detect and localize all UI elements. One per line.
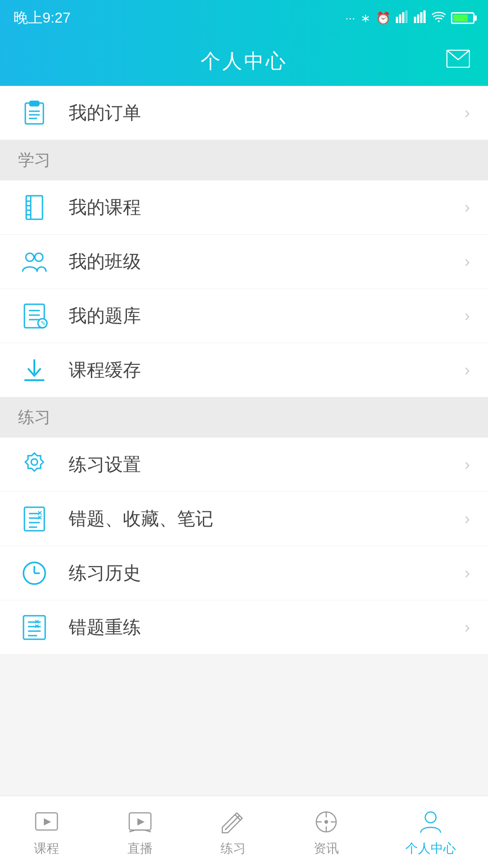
practice-section: 练习设置 › ✕ ✕ 错题、收藏、笔记 ›: [0, 438, 488, 655]
menu-item-practice-history[interactable]: 练习历史 ›: [0, 546, 488, 600]
orders-section: 我的订单 ›: [0, 86, 488, 140]
course-cache-label: 课程缓存: [69, 358, 465, 382]
content-area: 我的订单 › 学习 我的课程 ›: [0, 86, 488, 796]
my-class-label: 我的班级: [69, 249, 465, 274]
svg-point-21: [26, 253, 34, 261]
svg-text:✕: ✕: [34, 623, 39, 630]
svg-point-60: [324, 820, 328, 824]
svg-rect-3: [405, 10, 408, 23]
my-orders-label: 我的订单: [69, 100, 465, 125]
svg-text:✕: ✕: [37, 514, 42, 521]
pencil-icon: [219, 807, 248, 836]
menu-item-wrong-collect-note[interactable]: ✕ ✕ 错题、收藏、笔记 ›: [0, 492, 488, 546]
my-questions-label: 我的题库: [69, 303, 465, 328]
nav-item-profile[interactable]: 个人中心: [396, 803, 465, 862]
menu-item-my-courses[interactable]: 我的课程 ›: [0, 180, 488, 235]
signal2-icon: [414, 10, 427, 26]
practice-settings-label: 练习设置: [69, 452, 465, 477]
nav-item-courses[interactable]: 课程: [23, 803, 70, 862]
clipboard-icon: [18, 97, 51, 129]
nav-item-live[interactable]: 直播: [117, 803, 164, 862]
menu-item-my-class[interactable]: 我的班级 ›: [0, 235, 488, 289]
menu-item-course-cache[interactable]: 课程缓存 ›: [0, 343, 488, 397]
arrow-icon: ›: [465, 455, 470, 474]
status-time: 晚上9:27: [14, 8, 70, 28]
arrow-icon: ›: [465, 564, 470, 583]
svg-marker-53: [137, 818, 145, 826]
clock-icon: [18, 557, 51, 590]
menu-item-my-questions[interactable]: ✎ 我的题库 ›: [0, 289, 488, 343]
battery-icon: [451, 12, 474, 24]
page-title: 个人中心: [201, 48, 287, 75]
alarm-icon: ⏰: [376, 11, 390, 25]
bottom-navigation: 课程 直播 练习: [0, 796, 488, 868]
nav-live-label: 直播: [127, 840, 153, 857]
arrow-icon: ›: [465, 361, 470, 380]
svg-rect-2: [402, 12, 404, 23]
status-icons: ··· ∗ ⏰: [345, 10, 474, 26]
arrow-icon: ›: [465, 509, 470, 528]
my-courses-label: 我的课程: [69, 195, 465, 220]
book-icon: [18, 191, 51, 224]
practice-history-label: 练习历史: [69, 561, 465, 585]
question-icon: ✎: [18, 300, 51, 332]
bluetooth-icon: ∗: [361, 11, 371, 25]
wrong-collect-note-label: 错题、收藏、笔记: [69, 506, 465, 531]
nav-profile-label: 个人中心: [405, 840, 456, 857]
study-section: 我的课程 › 我的班级 ›: [0, 180, 488, 397]
wifi-icon: [432, 11, 446, 26]
svg-rect-6: [420, 12, 422, 23]
status-bar: 晚上9:27 ··· ∗ ⏰: [0, 0, 488, 36]
svg-point-32: [31, 459, 38, 465]
svg-rect-4: [414, 17, 416, 23]
download-icon: [18, 354, 51, 387]
svg-rect-15: [26, 196, 42, 219]
svg-point-8: [438, 20, 440, 22]
arrow-icon: ›: [465, 252, 470, 271]
dots-icon: ···: [345, 11, 355, 25]
wrong-retrain-label: 错题重练: [69, 615, 465, 640]
arrow-icon: ›: [465, 104, 470, 123]
study-section-header: 学习: [0, 140, 488, 180]
news-icon: [312, 807, 341, 836]
arrow-icon: ›: [465, 198, 470, 217]
practice-section-header: 练习: [0, 397, 488, 438]
page-header: 个人中心: [0, 36, 488, 86]
list-check-icon: ✕ ✕: [18, 503, 51, 535]
menu-item-my-orders[interactable]: 我的订单 ›: [0, 86, 488, 140]
signal1-icon: [396, 10, 408, 26]
live-icon: [126, 807, 155, 836]
nav-courses-label: 课程: [34, 840, 59, 857]
nav-item-news[interactable]: 资讯: [303, 803, 350, 862]
svg-text:✎: ✎: [41, 320, 46, 327]
svg-rect-11: [30, 101, 39, 106]
menu-item-wrong-retrain[interactable]: ✕ ✕ 错题重练 ›: [0, 600, 488, 655]
svg-rect-5: [417, 14, 419, 23]
retry-icon: ✕ ✕: [18, 611, 51, 644]
nav-news-label: 资讯: [314, 840, 339, 857]
nav-practice-label: 练习: [221, 840, 246, 857]
svg-marker-51: [44, 818, 51, 826]
svg-rect-1: [399, 14, 401, 23]
person-icon: [416, 807, 445, 836]
menu-item-practice-settings[interactable]: 练习设置 ›: [0, 438, 488, 492]
group-icon: [18, 245, 51, 278]
svg-marker-31: [25, 453, 43, 471]
mail-icon[interactable]: [446, 50, 470, 72]
play-icon: [32, 807, 61, 836]
svg-rect-0: [396, 17, 398, 23]
gear-settings-icon: [18, 448, 51, 481]
svg-point-22: [35, 253, 43, 261]
svg-point-65: [425, 812, 436, 823]
arrow-icon: ›: [465, 307, 470, 326]
svg-rect-7: [423, 10, 426, 23]
nav-item-practice[interactable]: 练习: [210, 803, 257, 862]
arrow-icon: ›: [465, 618, 470, 637]
